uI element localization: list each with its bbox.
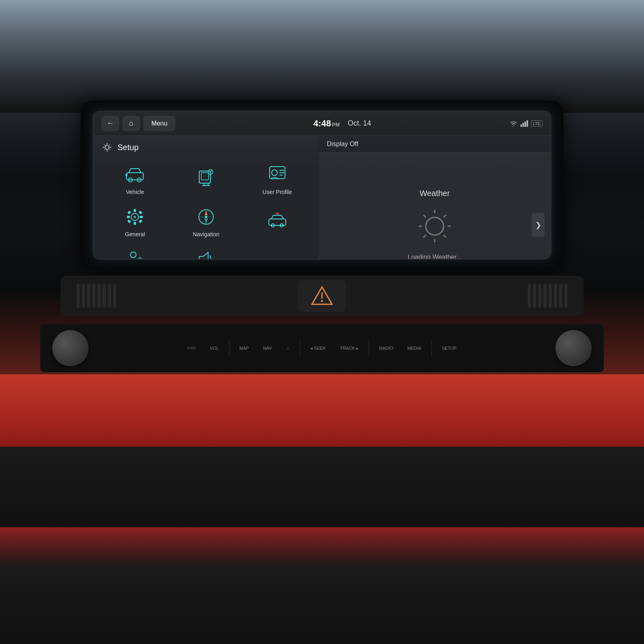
pwp-button[interactable]: PWR — [184, 344, 200, 352]
vehicle-icon — [122, 163, 148, 186]
menu-item-empty — [244, 245, 311, 260]
media-button[interactable]: MEDIA — [403, 344, 425, 353]
svg-point-49 — [426, 217, 444, 235]
vent-grille-left — [76, 284, 116, 308]
time-display: 4:48PM — [314, 118, 340, 129]
svg-rect-2 — [524, 122, 526, 127]
menu-item-vehicle2[interactable] — [244, 202, 311, 241]
sound-icon — [193, 248, 219, 260]
menu-item-general[interactable]: General — [101, 202, 169, 241]
vent-slot — [97, 284, 101, 308]
weather-icon-container — [407, 202, 463, 250]
top-bar-left: ← ⌂ Menu — [101, 116, 175, 131]
divider — [300, 340, 300, 356]
display-off-button[interactable]: Display Off — [319, 136, 551, 153]
menu-grid: Vehicle — [101, 160, 311, 260]
seek-fwd-button[interactable]: TRACK ▸ — [336, 344, 363, 353]
vent-grille-right — [528, 284, 568, 308]
svg-rect-24 — [134, 222, 136, 225]
fav-button[interactable]: ☆ — [282, 344, 294, 353]
svg-point-43 — [139, 260, 141, 260]
top-bar: ← ⌂ Menu 4:48PM Oct. 14 — [93, 111, 551, 136]
menu-item-navigation[interactable]: Navigation — [173, 202, 240, 241]
weather-panel: Weather — [319, 153, 551, 260]
vent-slot — [549, 284, 552, 308]
weather-arrow-icon: ❯ — [535, 221, 541, 229]
svg-rect-3 — [526, 120, 528, 127]
home-button[interactable]: ⌂ — [122, 116, 140, 131]
menu-item-connectivity[interactable] — [173, 160, 240, 198]
vol-knob[interactable] — [52, 330, 89, 366]
vent-slot — [564, 284, 568, 308]
navigation-label: Navigation — [193, 231, 219, 237]
svg-point-17 — [272, 170, 277, 175]
vent-slot — [108, 284, 111, 308]
svg-rect-26 — [140, 216, 143, 218]
vent-slot — [113, 284, 116, 308]
control-buttons: PWR VOL MAP NAV ☆ ◂ SEEK TRACK ▸ RADIO M… — [184, 340, 461, 356]
vent-slot — [559, 284, 562, 308]
vent-slot — [87, 284, 90, 308]
screen-content: ← ⌂ Menu 4:48PM Oct. 14 — [93, 111, 551, 259]
svg-rect-23 — [134, 209, 136, 212]
setup-button[interactable]: SETUP — [438, 344, 461, 353]
vent-slot — [533, 284, 536, 308]
infotainment-screen: ← ⌂ Menu 4:48PM Oct. 14 — [93, 111, 551, 260]
setup-gear-icon — [101, 142, 113, 153]
weather-title: Weather — [419, 189, 450, 198]
vent-slot — [103, 284, 106, 308]
vent-slot — [92, 284, 95, 308]
signal-area: LTE — [509, 120, 543, 127]
general-label: General — [125, 231, 145, 237]
svg-rect-28 — [138, 219, 142, 223]
svg-line-57 — [423, 235, 426, 237]
tune-knob[interactable] — [555, 330, 592, 366]
vehicle-label: Vehicle — [126, 189, 144, 195]
vent-slot — [528, 284, 531, 308]
lte-badge: LTE — [531, 120, 543, 127]
sun-weather-icon — [415, 206, 455, 246]
menu-item-advanced[interactable]: Advanced — [101, 245, 169, 260]
svg-rect-30 — [127, 219, 131, 223]
nav-button[interactable]: NAV — [259, 344, 276, 353]
svg-rect-1 — [522, 123, 524, 127]
car-interior: ← ⌂ Menu 4:48PM Oct. 14 — [0, 0, 644, 644]
svg-point-60 — [321, 300, 323, 302]
radio-button[interactable]: RADIO — [375, 344, 397, 353]
vol-button[interactable]: VOL — [206, 344, 223, 353]
seek-back-button[interactable]: ◂ SEEK — [306, 344, 330, 353]
dashboard-top — [0, 0, 644, 113]
menu-button[interactable]: Menu — [143, 116, 175, 131]
hazard-button[interactable] — [298, 280, 346, 312]
vent-slot — [554, 284, 557, 308]
svg-line-56 — [444, 215, 446, 217]
right-panel: Display Off Weather — [319, 136, 551, 260]
setup-label: Setup — [118, 143, 138, 152]
svg-point-4 — [105, 145, 109, 149]
time-value: 4:48 — [314, 118, 331, 128]
advanced-icon — [122, 248, 148, 260]
svg-marker-48 — [199, 252, 208, 260]
menu-item-vehicle[interactable]: Vehicle — [101, 160, 169, 198]
weather-arrow-button[interactable]: ❯ — [532, 213, 545, 237]
svg-point-22 — [134, 216, 136, 218]
bottom-panel — [0, 447, 644, 527]
map-button[interactable]: MAP — [235, 344, 253, 353]
svg-line-54 — [423, 215, 426, 217]
svg-point-9 — [126, 173, 128, 175]
menu-item-user-profile[interactable]: User Profile — [244, 160, 311, 198]
red-accent-strip — [0, 374, 644, 447]
svg-line-55 — [444, 235, 446, 237]
menu-item-sound[interactable]: Sound — [173, 245, 240, 260]
svg-rect-25 — [127, 216, 130, 218]
vent-slot — [538, 284, 541, 308]
user-profile-label: User Profile — [262, 189, 292, 195]
vent-area — [60, 276, 584, 316]
svg-rect-29 — [138, 211, 142, 215]
connectivity-icon — [193, 167, 219, 189]
vent-slot — [543, 284, 547, 308]
main-content: Setup — [93, 136, 551, 260]
svg-rect-27 — [127, 211, 131, 215]
back-button[interactable]: ← — [101, 116, 119, 131]
vent-slot — [82, 284, 85, 308]
